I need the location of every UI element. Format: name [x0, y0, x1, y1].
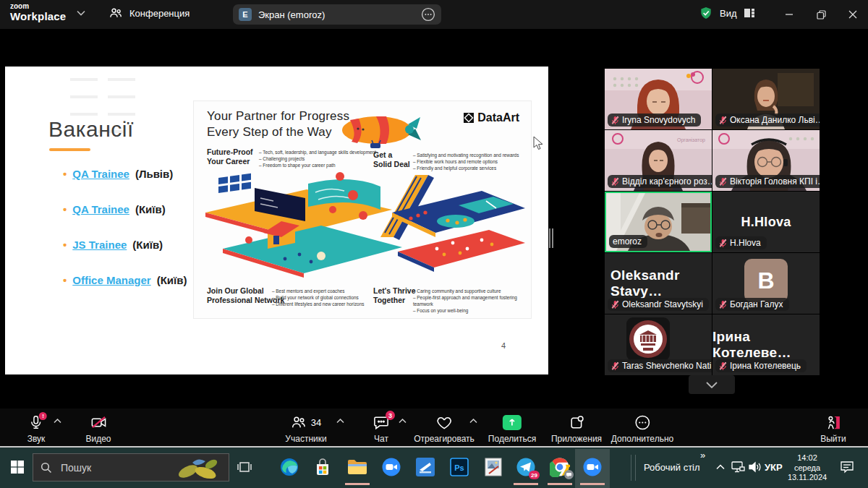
slide-title: Вакансії — [48, 117, 134, 142]
telegram-unread-badge: 29 — [529, 471, 540, 479]
telegram-icon[interactable]: 29 — [514, 455, 537, 479]
vacancy-link[interactable]: Office Manager — [72, 274, 150, 286]
photoshop-icon[interactable]: Ps — [448, 455, 471, 479]
apps-button[interactable]: Приложения — [551, 414, 602, 444]
mic-muted-icon — [719, 300, 727, 309]
close-button[interactable] — [843, 6, 863, 23]
svg-text:Організатор: Організатор — [677, 137, 705, 143]
slide-page-number: 4 — [501, 341, 506, 350]
view-button-label[interactable]: Вид — [720, 8, 737, 19]
search-placeholder: Пошук — [61, 462, 91, 474]
taskbar-clock[interactable]: 14:02 середа 13.11.2024 — [785, 453, 830, 483]
participant-tile[interactable]: Вікторія Головня КПІ і… — [712, 130, 820, 191]
workspace-chevron-down-icon[interactable] — [77, 10, 85, 16]
participant-tile[interactable]: Оксана Данилко Льві… — [712, 69, 820, 129]
leave-meeting-icon — [825, 414, 842, 431]
tray-expand-chevron-icon[interactable] — [712, 455, 729, 479]
participants-button[interactable]: 34 Участники — [285, 414, 326, 444]
clock-date: 13.11.2024 — [785, 473, 830, 483]
scanner-app-icon[interactable] — [414, 455, 437, 479]
mic-muted-icon — [611, 116, 619, 125]
participant-tile-active-speaker[interactable]: emoroz — [605, 192, 712, 252]
action-center-icon[interactable] — [835, 455, 859, 479]
participant-tile[interactable]: Iryna Snovydovych — [605, 69, 712, 129]
dataart-brand: DataArt — [464, 111, 519, 124]
task-view-button[interactable] — [233, 455, 256, 479]
meeting-toolbar: ! Звук Видео 34 — [0, 408, 868, 446]
title-underline — [49, 148, 90, 151]
language-indicator[interactable]: УКР — [765, 462, 783, 473]
audio-button[interactable]: ! Звук — [27, 414, 46, 444]
microphone-icon: ! — [28, 414, 44, 431]
mic-muted-icon — [719, 177, 727, 187]
file-explorer-icon[interactable] — [346, 455, 369, 479]
react-button[interactable]: Отреагировать — [414, 414, 475, 444]
chat-options-chevron-icon[interactable] — [399, 419, 407, 424]
security-shield-icon[interactable] — [699, 6, 713, 20]
participant-tile[interactable]: Організатор Відділ кар'єрного роз… — [605, 130, 712, 191]
network-icon[interactable] — [728, 455, 747, 479]
tab-shared-screen[interactable]: E Экран (emoroz) — [233, 4, 441, 25]
search-input[interactable]: Пошук — [33, 453, 229, 481]
clock-weekday: середа — [785, 463, 830, 474]
volume-icon[interactable] — [746, 455, 765, 479]
running-app-indicator — [580, 483, 605, 485]
bullet-icon — [63, 239, 67, 251]
participant-nametag: emoroz — [609, 235, 647, 248]
view-layout-icon[interactable] — [744, 7, 755, 19]
vacancy-location: (Київ) — [135, 203, 166, 215]
react-options-chevron-icon[interactable] — [469, 419, 477, 424]
desktop-toolbar-label[interactable]: Робочий стіл — [644, 462, 700, 473]
video-button[interactable]: Видео — [85, 414, 111, 444]
vacancy-item: Office Manager (Київ) — [63, 274, 187, 286]
screen-tab-more-icon[interactable] — [421, 7, 435, 22]
dataart-promo-card: Your Partner for Progress Every Step of … — [194, 101, 531, 318]
vacancy-link[interactable]: QA Trainee — [72, 203, 129, 215]
participants-scroll-down-button[interactable] — [689, 375, 735, 394]
vacancy-item: JS Trainee (Київ) — [63, 239, 163, 251]
microsoft-store-icon[interactable] — [311, 455, 334, 479]
leave-button[interactable]: Выйти — [820, 414, 846, 444]
participant-tile[interactable]: Taras Shevchenko Nati… — [605, 314, 712, 375]
participant-tile[interactable]: Ірина Котелеве… Ірина Котелевець — [712, 314, 820, 375]
vacancy-item: QA Trainee (Львів) — [63, 168, 173, 180]
toolbar-overflow-chevron[interactable]: » — [700, 450, 705, 461]
running-app-indicator — [514, 483, 538, 485]
participant-tile[interactable]: Oleksandr Stavy… Oleksandr Stavytskyi — [605, 253, 712, 314]
chrome-icon[interactable] — [548, 455, 571, 479]
more-button[interactable]: Дополнительно — [611, 414, 673, 444]
participant-nametag: Оксана Данилко Льві… — [715, 114, 820, 127]
dataart-illustration — [198, 168, 527, 278]
participant-tile[interactable]: B Богдан Галух — [712, 253, 820, 314]
zoom-app-icon[interactable] — [380, 455, 403, 479]
mic-muted-icon — [611, 361, 619, 371]
blimp-illustration — [336, 110, 422, 158]
start-button[interactable] — [6, 455, 29, 479]
zoom-active-app-icon[interactable] — [581, 455, 604, 479]
audio-options-chevron-icon[interactable] — [54, 419, 61, 424]
vacancy-link[interactable]: QA Trainee — [72, 168, 129, 180]
bullet-icon — [63, 274, 67, 286]
vacancy-link[interactable]: JS Trainee — [72, 239, 127, 251]
participants-count: 34 — [311, 417, 321, 428]
tab-meeting[interactable]: Конференция — [109, 6, 190, 20]
minimize-button[interactable] — [779, 6, 799, 23]
search-highlight-art[interactable] — [174, 455, 221, 480]
edge-icon[interactable] — [278, 455, 301, 479]
chat-button[interactable]: 3 Чат — [373, 414, 390, 444]
mouse-cursor — [533, 136, 544, 151]
apps-icon — [569, 414, 585, 431]
svg-text:Ps: Ps — [454, 463, 464, 472]
participant-tile[interactable]: H.Hlova H.Hlova — [712, 192, 820, 252]
panel-resize-handle[interactable] — [549, 228, 553, 248]
title-bar: zoom Workplace Конференция E Экран (emor… — [0, 0, 868, 29]
search-icon — [41, 462, 52, 474]
bullet-icon — [63, 203, 67, 215]
chrome-notification-overlay — [564, 470, 574, 479]
restore-button[interactable] — [811, 6, 831, 23]
image-viewer-icon[interactable] — [482, 455, 505, 479]
meeting-tab-label: Конференция — [129, 8, 190, 19]
participants-options-chevron-icon[interactable] — [336, 419, 344, 424]
bullet-icon — [63, 168, 67, 180]
share-button[interactable]: Поделиться — [488, 414, 536, 444]
